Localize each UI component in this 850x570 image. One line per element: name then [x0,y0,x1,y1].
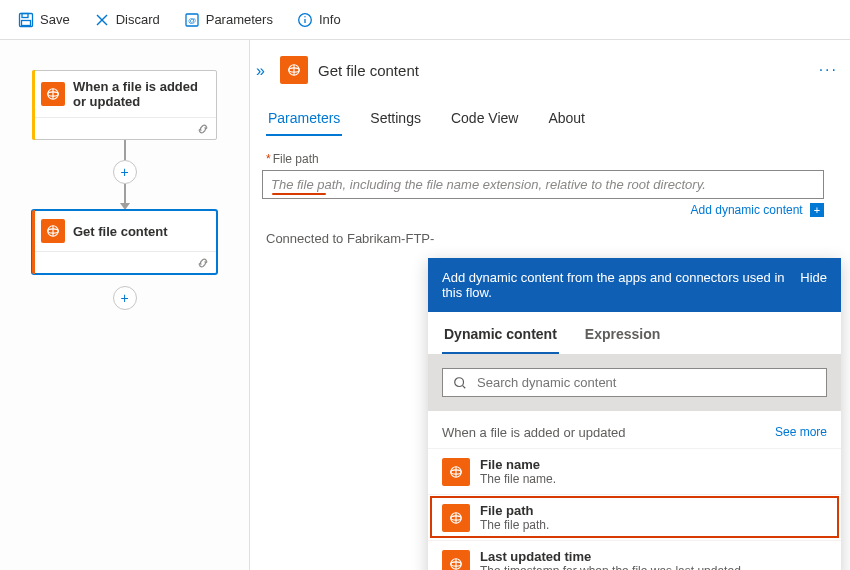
save-label: Save [40,12,70,27]
info-label: Info [319,12,341,27]
svg-text:@: @ [188,16,196,25]
discard-button[interactable]: Discard [84,8,170,32]
close-icon [94,12,110,28]
action-label: Get file content [73,224,168,239]
dc-tab-dynamic[interactable]: Dynamic content [442,322,559,354]
tab-settings[interactable]: Settings [368,106,423,136]
tab-codeview[interactable]: Code View [449,106,520,136]
connected-to-label: Connected to Fabrikam-FTP- [266,231,838,246]
designer-panel: » Get file content ··· Parameters Settin… [250,40,850,570]
discard-label: Discard [116,12,160,27]
ftp-icon [442,550,470,571]
file-path-input[interactable]: The file path, including the file name e… [262,170,824,199]
tab-parameters[interactable]: Parameters [266,106,342,136]
info-icon [297,12,313,28]
add-dynamic-content-plus-icon[interactable]: + [810,203,824,217]
ftp-icon [41,219,65,243]
save-icon [18,12,34,28]
svg-line-20 [463,385,466,388]
svg-point-9 [304,16,305,17]
svg-point-19 [455,377,464,386]
toolbar: Save Discard @ Parameters Info [0,0,850,40]
dc-group-label: When a file is added or updated [442,425,626,440]
dc-hide-button[interactable]: Hide [800,270,827,285]
ftp-icon [280,56,308,84]
save-button[interactable]: Save [8,8,80,32]
trigger-label: When a file is added or updated [73,79,208,109]
parameters-button[interactable]: @ Parameters [174,8,283,32]
node-get-file-content[interactable]: Get file content [32,210,217,274]
node-trigger[interactable]: When a file is added or updated [32,70,217,140]
panel-title: Get file content [318,62,419,79]
dc-tab-expression[interactable]: Expression [583,322,662,354]
search-icon [453,376,467,390]
workflow-canvas: When a file is added or updated + Get fi… [0,40,250,570]
dynamic-content-panel: Add dynamic content from the apps and co… [428,258,841,570]
tab-about[interactable]: About [546,106,587,136]
dc-item-last-updated[interactable]: Last updated timeThe timestamp for when … [428,540,841,570]
ftp-icon [41,82,65,106]
file-path-label: *File path [266,152,838,166]
panel-tabs: Parameters Settings Code View About [266,106,838,136]
insert-step-button[interactable]: + [113,160,137,184]
collapse-button[interactable]: » [256,62,265,80]
link-icon [196,122,210,136]
add-dynamic-content-link[interactable]: Add dynamic content [691,203,803,217]
link-icon [196,256,210,270]
svg-rect-2 [22,20,31,25]
svg-rect-1 [22,13,28,17]
dc-item-file-path[interactable]: File pathThe file path. [428,494,841,540]
add-step-button[interactable]: + [113,286,137,310]
ftp-icon [442,458,470,486]
parameters-label: Parameters [206,12,273,27]
dc-see-more-link[interactable]: See more [775,425,827,440]
dc-item-file-name[interactable]: File nameThe file name. [428,448,841,494]
dc-header-text: Add dynamic content from the apps and co… [442,270,788,300]
info-button[interactable]: Info [287,8,351,32]
ftp-icon [442,504,470,532]
dc-search-input[interactable] [442,368,827,397]
dc-search-field[interactable] [477,375,816,390]
parameters-icon: @ [184,12,200,28]
more-options-button[interactable]: ··· [819,61,838,79]
